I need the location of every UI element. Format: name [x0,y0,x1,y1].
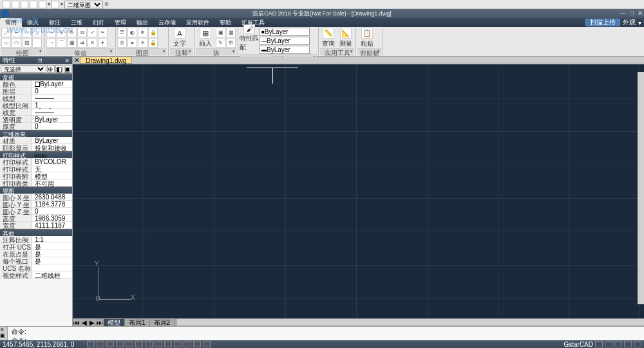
property-value[interactable]: 不可用 [32,179,72,186]
tab-home[interactable]: 常用 [0,18,22,27]
linetype-combo[interactable]: — ByLayer [260,37,310,45]
maximize-icon[interactable]: □ [630,10,634,17]
expand-icon[interactable]: ▾ [189,49,191,54]
layout-next-icon[interactable]: ▶ [88,319,96,326]
property-row[interactable]: 每个视口是 [0,257,72,264]
qat-undo-icon[interactable] [39,1,46,8]
inquiry-button[interactable]: 📏查询 [320,28,337,48]
tab-help[interactable]: 帮助 [214,18,236,27]
array-tool-icon[interactable]: ▦ [67,38,77,48]
property-row[interactable]: 厚度0 [0,123,72,130]
property-value[interactable]: 0 [32,123,72,129]
fillet-tool-icon[interactable]: ⌒ [57,38,66,48]
arc-tool-icon[interactable]: ◡ [32,28,42,37]
grid-toggle-icon[interactable] [97,341,104,347]
property-value[interactable]: 投射和接收阴影 [32,144,72,151]
rotate-tool-icon[interactable]: ↻ [67,28,77,37]
property-value[interactable]: 是 [32,250,72,257]
layout-first-icon[interactable]: ⏮ [73,319,80,326]
layer-iso-icon[interactable]: ◎ [117,38,127,48]
qat-save-icon[interactable] [21,1,28,8]
appearance-drop-icon[interactable]: ▾ [638,19,641,26]
layer-lock-icon[interactable]: 🔒 [148,28,158,37]
property-row[interactable]: 圆心 Z 坐标0 [0,208,72,215]
layer-freeze-icon[interactable]: ❄ [138,28,147,37]
move-tool-icon[interactable]: ↔ [46,28,56,37]
property-value[interactable]: ByLayer [32,80,72,87]
otrack-toggle-icon[interactable] [135,341,143,347]
rect-tool-icon[interactable]: ▭ [1,38,11,48]
tab-manage[interactable]: 管理 [109,18,131,27]
expand-icon[interactable]: ▾ [163,49,166,54]
expand-icon[interactable]: ▾ [232,49,235,54]
qat-new-icon[interactable] [3,1,10,8]
lwt-toggle-icon[interactable] [155,341,162,347]
props-close-icon[interactable]: ✕ [65,58,70,64]
property-row[interactable]: 高度1986.3059 [0,215,72,222]
property-value[interactable]: BYCOLOR [32,158,72,165]
sb-r3-icon[interactable] [614,341,622,347]
doctab-close-icon[interactable]: ✕ [73,57,80,64]
text-tool-button[interactable]: A文字 [170,28,189,48]
property-row[interactable]: 视觉样式二维线框 [0,271,72,279]
workspace-gear-icon[interactable]: ⚙ [104,1,109,7]
layer-on-icon[interactable]: ● [128,38,137,48]
extend-tool-icon[interactable]: → [46,38,56,48]
layer-thaw-icon[interactable]: ☀ [138,38,147,48]
hatch-tool-icon[interactable]: ▨ [22,38,32,48]
property-row[interactable]: 打印样式表无 [0,165,72,172]
copy-tool-icon[interactable]: ⎘ [57,28,66,37]
expand-icon[interactable]: ▾ [39,49,42,54]
property-row[interactable]: UCS 名称 [0,264,72,271]
property-row[interactable]: 线宽ByLayer [0,109,72,116]
tab-output[interactable]: 输出 [131,18,153,27]
sb-extra1-icon[interactable] [174,341,182,347]
scan-upload-button[interactable]: 扫描上传 [585,19,620,26]
quickselect-icon[interactable]: ⊕ [47,65,55,73]
layer-prop-icon[interactable]: ☰ [117,28,127,37]
layout-tab-2[interactable]: 布局2 [150,319,175,326]
ellipse-tool-icon[interactable]: ⬭ [12,38,21,48]
pickadd-icon[interactable]: ◧ [55,65,63,73]
sb-r4-icon[interactable] [624,341,632,347]
qat-open-icon[interactable] [12,1,19,8]
model-toggle-icon[interactable] [164,341,172,347]
property-row[interactable]: 在原点显是 [0,250,72,257]
section-header[interactable]: 视图 [0,187,72,194]
block-edit-icon[interactable]: ✎ [216,38,225,48]
property-value[interactable] [32,264,72,271]
minimize-icon[interactable]: — [620,10,626,17]
qat-redo-drop-icon[interactable]: ▾ [61,1,63,7]
ortho-toggle-icon[interactable] [106,341,114,347]
sb-extra4-icon[interactable] [203,341,211,347]
paste-button[interactable]: 📋粘贴 [357,28,377,48]
property-row[interactable]: 圆心 Y 坐标1184.3778 [0,201,72,208]
close-icon[interactable]: ✕ [638,10,643,17]
layout-last-icon[interactable]: ⏭ [96,319,104,326]
block-create-icon[interactable]: ▣ [216,28,225,37]
property-row[interactable]: 圆心 X 坐标2630.0488 [0,194,72,201]
layout-prev-icon[interactable]: ◀ [80,319,88,326]
property-value[interactable]: 无 [32,165,72,172]
props-pin-icon[interactable]: ⊡ [38,58,43,64]
selection-combo[interactable]: 无选择 [1,65,46,73]
property-row[interactable]: 透明度ByLayer [0,116,72,123]
horizontal-scrollbar[interactable] [177,319,644,325]
property-row[interactable]: 图层0 [0,87,72,95]
snap-toggle-icon[interactable] [87,341,95,347]
qat-redo-icon[interactable] [52,1,59,8]
sb-r5-icon[interactable] [634,341,641,347]
qat-print-icon[interactable] [30,1,37,8]
line-tool-icon[interactable]: ／ [1,28,11,37]
property-value[interactable]: ByLayer [32,116,72,122]
sb-extra2-icon[interactable] [184,341,191,347]
property-value[interactable]: ByLayer [32,95,72,101]
property-value[interactable]: 1:1 [32,236,72,243]
scale-tool-icon[interactable]: ⤢ [88,28,97,37]
expand-icon[interactable]: ▾ [110,49,113,54]
tab-insert[interactable]: 插入 [22,18,44,27]
sb-r1-icon[interactable] [595,341,603,347]
layout-tab-1[interactable]: 布局1 [125,319,150,326]
property-value[interactable]: 是 [32,257,72,264]
cmd-handle-icon[interactable]: ✕▣ [0,327,8,340]
